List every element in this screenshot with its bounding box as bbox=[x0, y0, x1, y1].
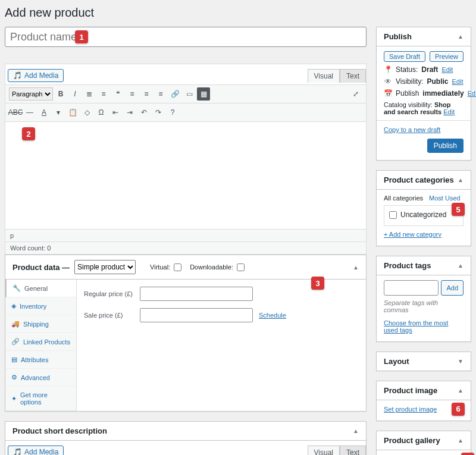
annotation-badge-5: 5 bbox=[452, 203, 465, 216]
product-image-box: Product image ▲ Set product image 6 bbox=[376, 381, 471, 421]
calendar-icon: 📅 bbox=[384, 89, 392, 98]
tab-visual-short[interactable]: Visual bbox=[308, 445, 340, 456]
pd-tab-advanced[interactable]: ⚙Advanced bbox=[5, 369, 76, 387]
pd-tab-more[interactable]: ✦Get more options bbox=[5, 387, 76, 411]
toggle-gallery[interactable]: ▲ bbox=[458, 437, 464, 444]
help-button[interactable]: ? bbox=[166, 106, 179, 119]
add-tag-button[interactable]: Add bbox=[441, 280, 464, 296]
virtual-checkbox[interactable] bbox=[174, 263, 181, 271]
tab-visual[interactable]: Visual bbox=[308, 69, 340, 83]
tab-text[interactable]: Text bbox=[340, 69, 366, 83]
toggle-tags[interactable]: ▲ bbox=[458, 262, 464, 269]
annotation-badge-6: 6 bbox=[452, 403, 465, 416]
toggle-short-desc[interactable]: ▲ bbox=[353, 428, 359, 434]
cat-tab-most[interactable]: Most Used bbox=[429, 194, 461, 202]
sale-price-input[interactable] bbox=[140, 308, 253, 322]
align-left-button[interactable]: ≡ bbox=[126, 87, 139, 101]
pd-tab-attributes[interactable]: ▤Attributes bbox=[5, 351, 76, 369]
pd-tab-shipping[interactable]: 🚚Shipping bbox=[5, 315, 76, 333]
category-uncategorized[interactable]: Uncategorized bbox=[389, 211, 446, 219]
blockquote-button[interactable]: ❝ bbox=[111, 87, 124, 101]
annotation-badge-7: 7 bbox=[461, 453, 474, 456]
categories-heading: Product categories bbox=[384, 175, 454, 184]
add-category-link[interactable]: + Add new category bbox=[384, 231, 441, 238]
tab-text-short[interactable]: Text bbox=[340, 445, 366, 456]
word-count: Word count: 0 bbox=[10, 244, 51, 252]
pd-tab-linked[interactable]: 🔗Linked Products bbox=[5, 333, 76, 351]
virtual-checkbox-label[interactable]: Virtual: bbox=[150, 263, 181, 271]
list-icon: ▤ bbox=[11, 356, 17, 363]
title-row: 1 bbox=[5, 27, 367, 47]
chevron-down-icon[interactable]: ▾ bbox=[52, 106, 65, 119]
clear-format-button[interactable]: ◇ bbox=[80, 106, 93, 119]
copy-draft-link[interactable]: Copy to a new draft bbox=[384, 126, 440, 133]
preview-button[interactable]: Preview bbox=[430, 51, 464, 62]
pd-tab-inventory[interactable]: ◈Inventory bbox=[5, 297, 76, 315]
bold-button[interactable]: B bbox=[54, 87, 67, 101]
camera-music-icon: 🎵 bbox=[13, 71, 22, 80]
toggle-categories[interactable]: ▲ bbox=[458, 177, 464, 183]
page-title: Add new product bbox=[5, 6, 471, 20]
toggle-layout[interactable]: ▼ bbox=[458, 358, 464, 365]
numbered-list-button[interactable]: ≡ bbox=[97, 87, 110, 101]
strikethrough-button[interactable]: ABC bbox=[9, 106, 22, 119]
indent-button[interactable]: ⇥ bbox=[123, 106, 136, 119]
hr-button[interactable]: — bbox=[23, 106, 36, 119]
set-product-image-link[interactable]: Set product image bbox=[384, 406, 437, 413]
publish-button[interactable]: Publish bbox=[427, 139, 464, 153]
plus-icon: ✦ bbox=[11, 395, 17, 403]
publish-box: Publish ▲ Save Draft Preview 📍 Status: D… bbox=[376, 27, 471, 161]
main-editor: 🎵 Add Media Visual Text Paragraph B I ≣ … bbox=[5, 64, 367, 255]
pd-tab-general[interactable]: 🔧General bbox=[5, 280, 76, 297]
bullet-list-button[interactable]: ≣ bbox=[83, 87, 96, 101]
align-center-button[interactable]: ≡ bbox=[140, 87, 153, 101]
schedule-link[interactable]: Schedule bbox=[259, 312, 286, 319]
layout-heading: Layout bbox=[384, 357, 409, 366]
wrench-icon: 🔧 bbox=[12, 284, 21, 292]
edit-visibility-link[interactable]: Edit bbox=[452, 78, 463, 85]
product-data-label: Product data — bbox=[12, 263, 70, 272]
truck-icon: 🚚 bbox=[11, 320, 20, 328]
italic-button[interactable]: I bbox=[68, 87, 82, 101]
downloadable-checkbox[interactable] bbox=[237, 263, 245, 271]
choose-tags-link[interactable]: Choose from the most used tags bbox=[384, 319, 464, 334]
inventory-icon: ◈ bbox=[11, 302, 16, 310]
edit-status-link[interactable]: Edit bbox=[441, 66, 453, 73]
tag-input[interactable] bbox=[384, 280, 439, 296]
text-color-button[interactable]: A bbox=[37, 106, 51, 119]
product-name-input[interactable] bbox=[5, 27, 367, 47]
align-right-button[interactable]: ≡ bbox=[154, 87, 167, 101]
tags-heading: Product tags bbox=[384, 261, 431, 270]
eye-icon: 👁 bbox=[384, 77, 392, 86]
downloadable-checkbox-label[interactable]: Downloadable: bbox=[190, 263, 245, 271]
pin-icon: 📍 bbox=[384, 65, 392, 74]
editor-content-area[interactable] bbox=[5, 122, 366, 229]
uncategorized-checkbox[interactable] bbox=[389, 211, 397, 219]
product-data-box: Product data — Simple product Virtual: D… bbox=[5, 255, 367, 412]
regular-price-input[interactable] bbox=[140, 287, 253, 301]
editor-toolbar-row2: ABC — A ▾ 📋 ◇ Ω ⇤ ⇥ ↶ ↷ ? bbox=[5, 103, 366, 122]
camera-music-icon: 🎵 bbox=[13, 448, 22, 455]
edit-catalog-link[interactable]: Edit bbox=[443, 108, 455, 115]
paste-text-button[interactable]: 📋 bbox=[66, 106, 79, 119]
format-select[interactable]: Paragraph bbox=[9, 87, 53, 101]
product-type-select[interactable]: Simple product bbox=[74, 260, 136, 274]
insert-more-button[interactable]: ▭ bbox=[183, 87, 196, 101]
toggle-publish[interactable]: ▲ bbox=[458, 33, 464, 40]
toolbar-toggle-button[interactable]: ▦ bbox=[197, 87, 210, 101]
undo-button[interactable]: ↶ bbox=[137, 106, 151, 119]
redo-button[interactable]: ↷ bbox=[152, 106, 165, 119]
add-media-button[interactable]: 🎵 Add Media bbox=[8, 69, 64, 82]
fullscreen-button[interactable]: ⤢ bbox=[349, 87, 362, 101]
edit-publish-link[interactable]: Edit bbox=[468, 90, 476, 97]
save-draft-button[interactable]: Save Draft bbox=[384, 51, 425, 62]
annotation-badge-2: 2 bbox=[22, 127, 35, 140]
special-char-button[interactable]: Ω bbox=[95, 106, 108, 119]
layout-box: Layout ▼ bbox=[376, 352, 471, 371]
toggle-product-data[interactable]: ▲ bbox=[353, 264, 359, 271]
link-button[interactable]: 🔗 bbox=[168, 87, 181, 101]
cat-tab-all[interactable]: All categories bbox=[384, 194, 423, 202]
toggle-image[interactable]: ▲ bbox=[458, 387, 464, 394]
outdent-button[interactable]: ⇤ bbox=[109, 106, 122, 119]
add-media-button-short[interactable]: 🎵 Add Media bbox=[8, 445, 64, 455]
